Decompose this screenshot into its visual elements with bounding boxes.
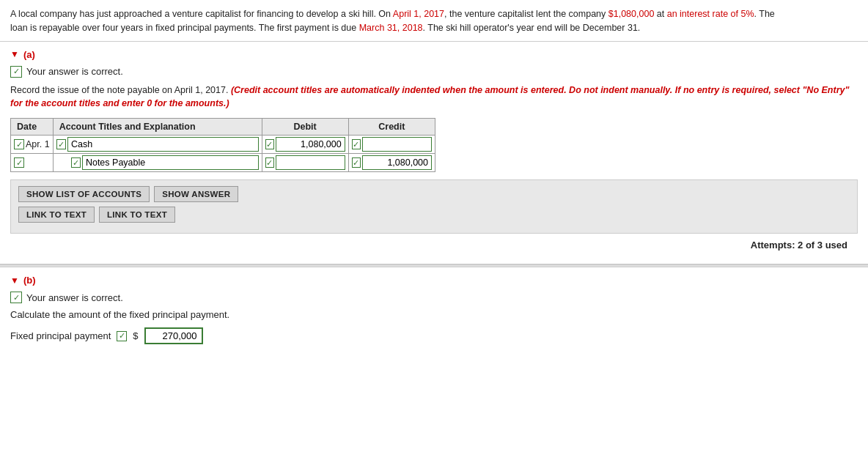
attempts-text: Attempts: 2 of 3 used bbox=[10, 234, 858, 256]
link-to-text-button-2[interactable]: LINK TO TEXT bbox=[99, 207, 175, 223]
col-header-account: Account Titles and Explanation bbox=[53, 119, 262, 136]
row2-date: ✓ bbox=[11, 154, 54, 172]
row2-credit-cell[interactable]: ✓ bbox=[348, 154, 435, 172]
row1-check-icon: ✓ bbox=[14, 139, 24, 149]
checkmark-icon-b: ✓ bbox=[10, 292, 22, 303]
row2-debit-cell[interactable]: ✓ bbox=[262, 154, 348, 172]
row1-account-input[interactable] bbox=[67, 137, 259, 152]
section-b-label: (b) bbox=[23, 275, 36, 286]
row1-credit-input[interactable] bbox=[362, 137, 432, 152]
row1-date-text: Apr. 1 bbox=[26, 139, 50, 149]
arrow-icon-b: ▼ bbox=[10, 275, 19, 286]
intro-text-line1: A local company has just approached a ve… bbox=[10, 9, 775, 19]
table-row-2: ✓ ✓ ✓ bbox=[11, 154, 435, 172]
rate-highlight: an interest rate of 5% bbox=[667, 9, 754, 19]
dollar-sign: $ bbox=[133, 330, 138, 341]
row2-account-cell[interactable]: ✓ bbox=[53, 154, 262, 172]
section-a: ▼ (a) ✓ Your answer is correct. Record t… bbox=[0, 42, 868, 265]
row1-debit-input[interactable] bbox=[276, 137, 345, 152]
fixed-payment-row: Fixed principal payment ✓ $ bbox=[10, 327, 858, 344]
row2-account-check: ✓ bbox=[71, 157, 81, 168]
due-date-highlight: March 31, 2018 bbox=[359, 23, 423, 33]
row1-date: ✓ Apr. 1 bbox=[11, 136, 54, 154]
fixed-payment-label: Fixed principal payment bbox=[10, 330, 111, 341]
intro-section: A local company has just approached a ve… bbox=[0, 0, 868, 42]
btn-row-1: SHOW LIST OF ACCOUNTS SHOW ANSWER bbox=[18, 186, 850, 202]
col-header-debit: Debit bbox=[262, 119, 348, 136]
col-header-credit: Credit bbox=[348, 119, 435, 136]
btn-row-2: LINK TO TEXT LINK TO TEXT bbox=[18, 207, 850, 223]
fixed-payment-check: ✓ bbox=[117, 331, 127, 341]
correct-text-a: Your answer is correct. bbox=[26, 66, 123, 77]
correct-row-b: ✓ Your answer is correct. bbox=[10, 292, 858, 303]
row1-credit-check: ✓ bbox=[352, 139, 361, 149]
row1-account-cell[interactable]: ✓ bbox=[53, 136, 262, 154]
date-highlight: April 1, 2017 bbox=[393, 9, 444, 19]
row2-check-icon: ✓ bbox=[14, 157, 24, 168]
row2-debit-input[interactable] bbox=[276, 155, 345, 170]
journal-table: Date Account Titles and Explanation Debi… bbox=[10, 118, 435, 172]
calculate-text: Calculate the amount of the fixed princi… bbox=[10, 309, 858, 320]
correct-text-b: Your answer is correct. bbox=[26, 292, 123, 303]
buttons-area-a: SHOW LIST OF ACCOUNTS SHOW ANSWER LINK T… bbox=[10, 179, 858, 234]
fixed-payment-input[interactable] bbox=[144, 327, 203, 344]
section-b-header: ▼ (b) bbox=[10, 275, 858, 286]
row1-debit-cell[interactable]: ✓ bbox=[262, 136, 348, 154]
row2-credit-input[interactable] bbox=[362, 155, 432, 170]
checkmark-icon-a: ✓ bbox=[10, 66, 22, 78]
show-list-button[interactable]: SHOW LIST OF ACCOUNTS bbox=[18, 186, 150, 202]
row2-account-input[interactable] bbox=[82, 155, 259, 170]
record-plain-text: Record the issue of the note payable on … bbox=[10, 85, 231, 95]
row1-account-check: ✓ bbox=[56, 139, 66, 149]
row2-credit-check: ✓ bbox=[352, 157, 361, 168]
section-a-header: ▼ (a) bbox=[10, 49, 858, 60]
arrow-icon-a: ▼ bbox=[10, 49, 19, 59]
col-header-date: Date bbox=[11, 119, 54, 136]
intro-text-line2: loan is repayable over four years in fix… bbox=[10, 23, 640, 33]
amount-highlight: $1,080,000 bbox=[608, 9, 655, 19]
show-answer-button[interactable]: SHOW ANSWER bbox=[154, 186, 238, 202]
row2-debit-check: ✓ bbox=[265, 157, 274, 168]
section-b: ▼ (b) ✓ Your answer is correct. Calculat… bbox=[0, 267, 868, 352]
correct-row-a: ✓ Your answer is correct. bbox=[10, 66, 858, 78]
table-row-1: ✓ Apr. 1 ✓ ✓ bbox=[11, 136, 435, 154]
row1-credit-cell[interactable]: ✓ bbox=[348, 136, 435, 154]
section-a-label: (a) bbox=[23, 49, 35, 60]
row1-debit-check: ✓ bbox=[265, 139, 274, 149]
link-to-text-button-1[interactable]: LINK TO TEXT bbox=[18, 207, 95, 223]
record-instruction: Record the issue of the note payable on … bbox=[10, 84, 858, 111]
